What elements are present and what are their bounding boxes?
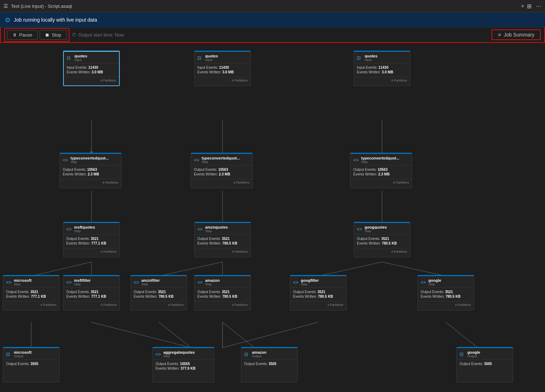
node-quotes-3[interactable]: ⊡ quotes Input Input Events: 11430 Event… [354, 51, 410, 86]
node-title: msftfilter [74, 278, 91, 282]
node-aggregatequotes[interactable]: <> aggregatequotes Step Output Events: 1… [152, 347, 214, 382]
step-icon: <> [66, 280, 72, 285]
events-written-stat: Events Written: 780.5 KB [197, 241, 248, 245]
node-title: googquotes [365, 225, 387, 229]
node-amazon-step[interactable]: <> amazon Step Output Events: 3521 Event… [194, 275, 251, 310]
more-actions-button[interactable]: ⋯ [536, 3, 541, 10]
node-title: google [467, 350, 480, 354]
job-summary-button[interactable]: ≡ Job Summary [491, 29, 541, 40]
step-icon: <> [353, 157, 359, 163]
node-subtitle: Output [252, 354, 266, 358]
svg-line-8 [159, 262, 223, 276]
stop-icon: ⏹ [45, 32, 50, 38]
node-title: typeconvertedquot... [71, 156, 109, 160]
split-editor-button[interactable]: ⊞ [527, 3, 532, 10]
node-msftquotes[interactable]: <> msftquotes Step Output Events: 3521 E… [63, 222, 120, 257]
output-events-stat: Output Events: 3521 [421, 290, 471, 294]
step-icon: <> [357, 226, 363, 232]
node-subtitle: Step [205, 282, 220, 286]
partitions-footer: 4 Partitions [131, 301, 187, 308]
output-events-stat: Output Events: 3521 [197, 237, 248, 241]
running-icon: ⊙ [5, 16, 10, 24]
partitions-footer: 4 Partitions [418, 301, 474, 308]
node-subtitle: Step [205, 229, 228, 233]
node-amznfilter[interactable]: <> amznfilter Step Output Events: 3521 E… [130, 275, 187, 310]
node-subtitle: Step [74, 229, 95, 233]
output-icon: ⊡ [6, 352, 12, 357]
title-bar-actions: ⊞ ⋯ [527, 3, 541, 10]
close-tab-button[interactable]: × [521, 3, 524, 9]
partitions-footer: 4 Partitions [195, 301, 251, 308]
output-events-stat: Output Events: 3505 [244, 362, 294, 366]
node-google-step[interactable]: <> google Step Output Events: 3521 Event… [417, 275, 474, 310]
node-title: quotes [365, 54, 377, 58]
partitions-footer: 4 Partitions [60, 179, 121, 186]
pause-button[interactable]: ⏸ Pause [7, 30, 38, 40]
title-text: Test (Live Input) - Script.asaql [11, 4, 517, 9]
svg-line-11 [382, 262, 446, 276]
canvas-area: ⊡ quotes Input Input Events: 11430 Event… [0, 43, 545, 392]
output-events-stat: Output Events: 10563 [194, 168, 249, 172]
node-quotes-1[interactable]: ⊡ quotes Input Input Events: 11430 Event… [63, 51, 120, 86]
events-written-stat: Events Written: 777.1 KB [6, 295, 56, 298]
input-icon: ⊡ [67, 55, 72, 61]
node-subtitle: Output [467, 354, 480, 358]
node-google-output[interactable]: ⊡ google Output Output Events: 3505 [456, 347, 513, 382]
step-icon: <> [421, 280, 426, 285]
step-icon: <> [156, 352, 161, 357]
node-typeconverted-2[interactable]: <> typeconvertedquot... Step Output Even… [191, 153, 253, 188]
input-events-stat: Input Events: 11430 [67, 66, 116, 69]
input-icon-3: ⊡ [357, 55, 363, 61]
partitions-footer: 4 Partitions [195, 248, 251, 255]
node-microsoft-step[interactable]: <> microsoft Step Output Events: 3521 Ev… [3, 275, 60, 310]
step-icon: <> [194, 157, 200, 163]
node-title: google [428, 278, 441, 282]
input-events-stat: Input Events: 11430 [197, 66, 248, 69]
node-subtitle: Step [202, 160, 240, 164]
stop-label: Stop [52, 32, 61, 38]
node-title: microsoft [14, 278, 32, 282]
events-written-stat: Events Written: 2.3 MB [63, 172, 118, 176]
node-amazon-output[interactable]: ⊡ amazon Output Output Events: 3505 [241, 347, 298, 382]
events-written-stat: Events Written: 3.0 MB [357, 70, 407, 74]
output-events-stat: Output Events: 10563 [63, 168, 118, 172]
svg-line-10 [318, 262, 382, 276]
partitions-footer: 4 Partitions [191, 179, 252, 186]
output-icon: ⊡ [244, 352, 250, 357]
partitions-footer: 4 Partitions [63, 248, 119, 255]
events-written-stat: Events Written: 780.5 KB [421, 295, 471, 298]
output-events-stat: Output Events: 3505 [6, 362, 56, 366]
events-written-stat: Events Written: 3.0 MB [67, 70, 116, 74]
node-googquotes[interactable]: <> googquotes Step Output Events: 3521 E… [354, 222, 410, 257]
step-icon: <> [134, 280, 139, 285]
node-subtitle: Step [74, 282, 91, 286]
node-subtitle: Step [301, 282, 319, 286]
node-quotes-2[interactable]: ⊡ quotes Input Input Events: 11430 Event… [194, 51, 251, 86]
clock-icon: ⏱ [72, 32, 76, 38]
node-msftfilter[interactable]: <> msftfilter Step Output Events: 3521 E… [63, 275, 120, 310]
node-title: quotes [74, 54, 87, 58]
events-written-stat: Events Written: 777.1 KB [66, 241, 117, 245]
node-title: aggregatequotes [163, 350, 195, 354]
job-summary-label: Job Summary [504, 32, 534, 38]
stop-button[interactable]: ⏹ Stop [40, 30, 67, 40]
node-subtitle: Step [141, 282, 160, 286]
node-typeconverted-1[interactable]: <> typeconvertedquot... Step Output Even… [60, 153, 122, 188]
step-icon: <> [293, 280, 299, 285]
node-title: msftquotes [74, 225, 95, 229]
node-title: amznquotes [205, 225, 228, 229]
step-icon: <> [6, 280, 12, 285]
node-subtitle: Step [163, 354, 195, 358]
pause-label: Pause [19, 32, 32, 38]
output-events-stat: Output Events: 3521 [197, 290, 248, 294]
node-title: microsoft [14, 350, 32, 354]
node-typeconverted-3[interactable]: <> typeconvertedquot... Step Output Even… [350, 153, 412, 188]
node-googfilter[interactable]: <> googfilter Step Output Events: 3521 E… [290, 275, 347, 310]
partitions-footer: 4 Partitions [354, 248, 410, 255]
node-microsoft-output[interactable]: ⊡ microsoft Output Output Events: 3505 [3, 347, 60, 382]
node-amznquotes[interactable]: <> amznquotes Step Output Events: 3521 E… [194, 222, 251, 257]
node-subtitle: Input [365, 58, 377, 62]
status-bar: ⊙ Job running locally with live input da… [0, 12, 545, 27]
list-icon: ≡ [498, 32, 501, 38]
menu-icon[interactable]: ☰ [4, 3, 8, 9]
